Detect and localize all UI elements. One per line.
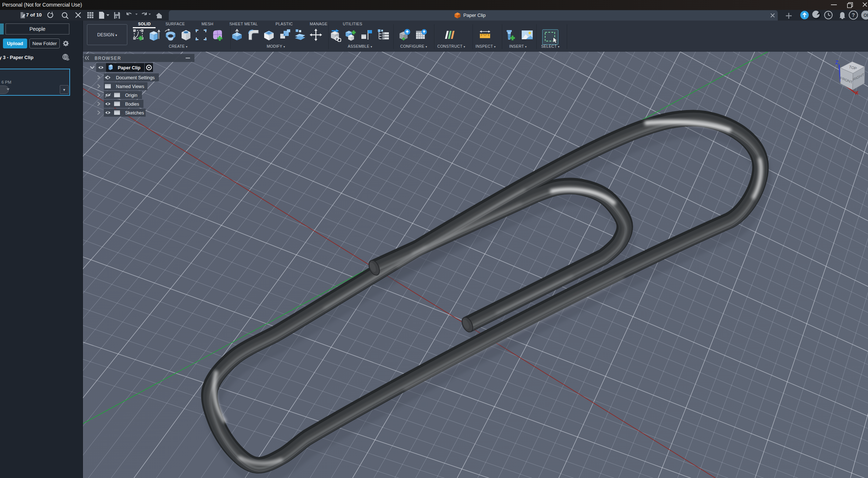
svg-text:?: ? (852, 12, 855, 18)
svg-text:Bodies: Bodies (125, 102, 139, 107)
svg-text:Z: Z (835, 59, 839, 65)
svg-text:X: X (855, 90, 859, 96)
svg-text:Document Settings: Document Settings (116, 75, 155, 80)
svg-text:Paper Clip: Paper Clip (118, 65, 141, 70)
svg-text:BROWSER: BROWSER (95, 56, 121, 61)
svg-text:Sketches: Sketches (125, 110, 144, 116)
svg-text:Named Views: Named Views (116, 84, 144, 89)
svg-text:OI: OI (864, 13, 868, 18)
svg-text:Origin: Origin (125, 93, 137, 98)
